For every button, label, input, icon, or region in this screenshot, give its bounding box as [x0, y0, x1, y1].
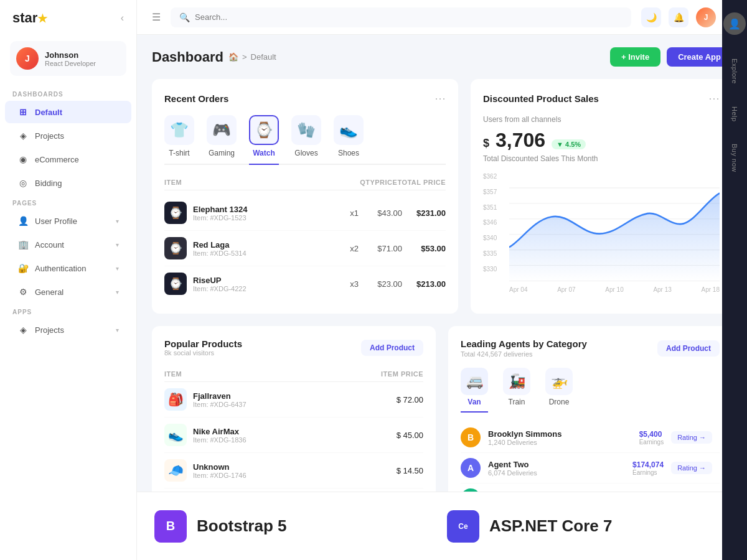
aspnet-banner[interactable]: Ce ASP.NET Core 7 — [430, 492, 722, 560]
dashboard-grid: Recent Orders ⋯ 👕 T-shirt 🎮 Gaming ⌚ — [152, 79, 732, 314]
rating-button[interactable]: Rating → — [671, 462, 712, 474]
help-button[interactable]: Help — [728, 101, 741, 127]
invite-button[interactable]: + Invite — [610, 47, 660, 67]
circle-icon: ◉ — [17, 154, 29, 165]
sales-description: Total Discounted Sales This Month — [483, 154, 720, 163]
y-label-3: $351 — [483, 204, 500, 211]
tshirt-icon: 👕 — [164, 115, 194, 145]
right-panel-user-icon[interactable]: 👤 — [723, 12, 746, 35]
table-row: ⌚ RiseUP Item: #XDG-4222 x3 $23.00 $213.… — [164, 266, 446, 301]
order-tab-gaming[interactable]: 🎮 Gaming — [207, 115, 237, 165]
add-product-button[interactable]: Add Product — [361, 340, 423, 356]
order-item: ⌚ Elephant 1324 Item: #XDG-1523 — [164, 202, 315, 224]
order-price: $23.00 — [359, 279, 402, 289]
product-id: Item: #XDG-6437 — [193, 401, 247, 408]
agent-tabs: 🚐 Van 🚂 Train 🚁 Drone — [461, 368, 720, 413]
sidebar-collapse-button[interactable]: ‹ — [121, 12, 124, 24]
recent-orders-more-icon[interactable]: ⋯ — [435, 91, 446, 105]
y-label-1: $362 — [483, 173, 500, 180]
sidebar-item-user-profile[interactable]: 👤 User Profile ▾ — [5, 210, 131, 232]
orders-table-header: ITEM QTY PRICE TOTAL PRICE — [164, 175, 446, 190]
sidebar-item-default[interactable]: ⊞ Default — [5, 101, 131, 123]
list-item: B Brooklyn Simmons 1,240 Deliveries $5,4… — [461, 422, 720, 453]
promo-banner: B Bootstrap 5 Ce ASP.NET Core 7 — [137, 492, 722, 560]
popular-title-group: Popular Products 8k social visitors — [164, 338, 242, 357]
sidebar-item-account[interactable]: 🏢 Account ▾ — [5, 233, 131, 256]
gaming-label: Gaming — [209, 149, 235, 157]
order-tab-shoes[interactable]: 👟 Shoes — [334, 115, 364, 165]
product-details: Unknown Item: #XDG-1746 — [193, 462, 247, 479]
sales-title: Discounted Product Sales — [483, 93, 599, 104]
sidebar-item-projects[interactable]: ◈ Projects — [5, 124, 131, 147]
product-id: Item: #XDG-1746 — [193, 472, 247, 479]
agent-deliveries: 6,074 Deliveries — [488, 469, 625, 477]
col-total: TOTAL PRICE — [397, 179, 446, 186]
agent-earnings: $5,400 — [639, 430, 664, 439]
buy-now-button[interactable]: Buy now — [728, 139, 741, 177]
list-item: A Agent Two 6,074 Deliveries $174,074 Ea… — [461, 453, 720, 483]
order-qty: x1 — [315, 208, 359, 218]
agent-tab-van[interactable]: 🚐 Van — [461, 368, 488, 413]
agent-name: Agent Two — [488, 460, 625, 469]
x-label-5: Apr 18 — [702, 286, 720, 293]
search-input[interactable] — [195, 12, 319, 22]
page-title: Dashboard — [152, 49, 223, 65]
add-product-button-2[interactable]: Add Product — [657, 340, 720, 357]
product-name: Unknown — [193, 462, 247, 472]
sidebar-item-label: eCommerce — [35, 155, 79, 164]
watch-icon: ⌚ — [249, 115, 279, 145]
order-item: ⌚ Red Laga Item: #XDG-5314 — [164, 237, 315, 259]
page-content: Dashboard 🏠 > Default + Invite Create Ap… — [137, 35, 747, 560]
sidebar-item-general[interactable]: ⚙ General ▾ — [5, 281, 131, 303]
bootstrap-banner[interactable]: B Bootstrap 5 — [137, 492, 430, 560]
sidebar-item-ecommerce[interactable]: ◉ eCommerce — [5, 148, 131, 170]
sidebar-user[interactable]: J Johnson React Developer — [10, 41, 126, 76]
topbar-avatar[interactable]: J — [696, 7, 716, 27]
shoes-label: Shoes — [338, 149, 359, 157]
agent-earnings-group: $174,074 Earnings — [632, 460, 664, 476]
product-name: Fjallraven — [193, 391, 247, 401]
products-table-header: ITEM ITEM PRICE — [164, 366, 423, 382]
sales-more-icon[interactable]: ⋯ — [708, 91, 720, 105]
chart-x-labels: Apr 04 Apr 07 Apr 10 Apr 13 Apr 18 — [509, 286, 720, 293]
user-avatar: J — [16, 47, 39, 70]
sidebar-item-label: User Profile — [35, 217, 77, 226]
sales-subtitle: Users from all channels — [483, 115, 720, 124]
agents-title: Leading Agents by Category — [461, 338, 587, 349]
list-item: 🧢 Unknown Item: #XDG-1746 $ 14.50 — [164, 453, 423, 488]
bootstrap-title: Bootstrap 5 — [197, 516, 286, 536]
theme-icon[interactable]: 🌙 — [641, 7, 661, 27]
y-label-2: $357 — [483, 189, 500, 195]
aspnet-title: ASP.NET Core 7 — [489, 516, 612, 536]
sidebar: star★ ‹ J Johnson React Developer DASHBO… — [0, 0, 137, 560]
right-panel: 👤 Explore Help Buy now — [722, 0, 747, 560]
order-tab-tshirt[interactable]: 👕 T-shirt — [164, 115, 194, 165]
sales-chart — [509, 173, 720, 281]
agent-tab-drone[interactable]: 🚁 Drone — [545, 368, 573, 413]
order-item-img: ⌚ — [164, 202, 187, 224]
recent-orders-title: Recent Orders — [164, 93, 228, 104]
sidebar-item-authentication[interactable]: 🔐 Authentication ▾ — [5, 257, 131, 279]
sidebar-item-bidding[interactable]: ◎ Bidding — [5, 172, 131, 194]
user-info: Johnson React Developer — [45, 50, 96, 67]
train-label: Train — [509, 398, 525, 406]
agent-earnings-label: Earnings — [632, 469, 664, 476]
topbar-collapse-button[interactable]: ☰ — [152, 11, 161, 23]
sidebar-item-apps-projects[interactable]: ◈ Projects ▾ — [5, 319, 131, 341]
explore-button[interactable]: Explore — [728, 54, 741, 89]
chevron-down-icon: ▾ — [116, 289, 119, 296]
van-icon: 🚐 — [461, 368, 488, 395]
sidebar-logo: star★ ‹ — [0, 0, 136, 36]
agent-tab-train[interactable]: 🚂 Train — [503, 368, 530, 413]
chevron-down-icon: ▾ — [116, 265, 119, 272]
gear-icon: ⚙ — [17, 286, 29, 297]
order-item-id: Item: #XDG-4222 — [193, 285, 247, 292]
order-item-name: Red Laga — [193, 240, 247, 250]
sidebar-item-label: Bidding — [35, 179, 62, 188]
notification-icon[interactable]: 🔔 — [669, 7, 688, 27]
discounted-sales-card: Discounted Product Sales ⋯ Users from al… — [471, 79, 732, 314]
rating-button[interactable]: Rating → — [671, 431, 712, 444]
order-tab-watch[interactable]: ⌚ Watch — [249, 115, 279, 165]
y-label-4: $346 — [483, 219, 500, 226]
order-tab-gloves[interactable]: 🧤 Gloves — [291, 115, 321, 165]
